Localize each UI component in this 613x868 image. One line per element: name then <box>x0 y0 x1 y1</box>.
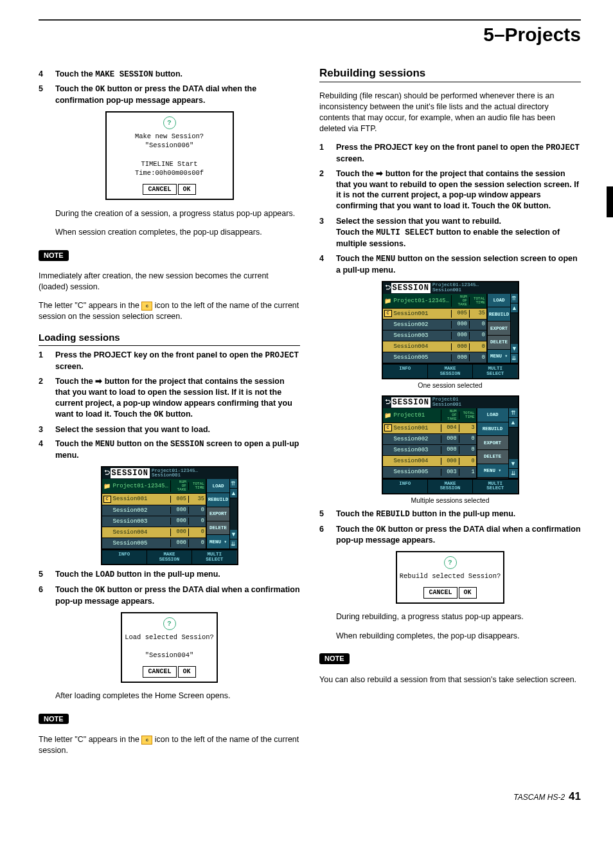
menu-button[interactable]: MENU ▾ <box>477 464 508 478</box>
dialog-make-session: ? Make new Session? "Session006" TIMELIN… <box>105 111 234 200</box>
menu-button[interactable]: MENU ▾ <box>488 350 510 364</box>
cancel-button[interactable]: CANCEL <box>143 184 176 195</box>
export-button[interactable]: EXPORT <box>477 436 508 450</box>
project-row[interactable]: 📁Project01-12345… NUMOFTAKE TOTALTIME <box>383 294 486 309</box>
scrollbar[interactable]: ⇈▲ ▼⇊ <box>508 408 518 478</box>
screen-titlebar: ⮌ SESSION Project01-12345…Session001 <box>383 282 518 294</box>
session-row[interactable]: CSession001 00535 <box>383 309 486 320</box>
step-number: 6 <box>319 524 330 547</box>
screen-titlebar: ⮌ SESSION Project01-12345…Session001 <box>102 467 237 479</box>
step-number: 4 <box>319 253 330 276</box>
session-row[interactable]: CSession001 00535 <box>102 494 206 505</box>
step-text: Select the session that you want to load… <box>55 424 300 435</box>
back-icon[interactable]: ⮌ <box>385 399 391 406</box>
load-button[interactable]: LOAD <box>477 408 508 422</box>
left-column: 4 Touch the MAKE SESSION button. 5 Touch… <box>39 66 300 764</box>
step-text: Touch the MENU button on the SESSION scr… <box>55 439 300 461</box>
session-row[interactable]: Session002 0000 <box>102 505 206 516</box>
ok-button[interactable]: OK <box>178 666 196 678</box>
step-number: 2 <box>319 168 330 213</box>
session-row[interactable]: Session005 0000 <box>383 352 486 363</box>
rebuild-button[interactable]: REBUILD <box>488 307 510 321</box>
session-row[interactable]: Session003 0000 <box>383 330 486 341</box>
step-text: Press the PROJECT key on the front panel… <box>336 142 581 165</box>
step-text: Touch the OK button or press the DATA di… <box>55 584 300 607</box>
session-screen-figure: ⮌ SESSION Project01-12345…Session001 📁Pr… <box>96 466 244 565</box>
session-row[interactable]: Session004 0000 <box>102 527 206 538</box>
export-button[interactable]: EXPORT <box>488 321 510 336</box>
session-row[interactable]: Session002 0000 <box>383 320 486 330</box>
session-row[interactable]: Session003 0000 <box>383 445 476 456</box>
step-number: 2 <box>39 376 49 420</box>
menu-button[interactable]: MENU ▾ <box>207 535 229 549</box>
note-text: The letter "C" appears in the icon to th… <box>39 734 300 756</box>
paragraph: Rebuilding (file rescan) should be perfo… <box>319 91 581 134</box>
load-button[interactable]: LOAD <box>488 294 510 308</box>
c-icon <box>141 302 152 311</box>
dialog-load-session: ? Load selected Session? "Session004" CA… <box>105 612 234 683</box>
step-number: 4 <box>39 69 49 80</box>
export-button[interactable]: EXPORT <box>207 507 229 521</box>
step-number: 5 <box>39 84 49 106</box>
section-heading: Rebuilding sessions <box>319 66 581 83</box>
session-row[interactable]: Session004 0000 <box>383 341 486 352</box>
question-icon: ? <box>163 116 176 129</box>
question-icon: ? <box>444 556 457 569</box>
delete-button[interactable]: DELETE <box>207 521 229 536</box>
cancel-button[interactable]: CANCEL <box>143 666 176 678</box>
paragraph: During rebuilding, a progress status pop… <box>336 611 581 622</box>
ok-button[interactable]: OK <box>459 587 477 599</box>
pullup-menu: LOAD REBUILD EXPORT DELETE MENU ▾ <box>486 294 510 364</box>
question-icon: ? <box>163 617 176 630</box>
screen-titlebar: ⮌ SESSION Project01Session001 <box>383 397 518 408</box>
rebuild-button[interactable]: REBUILD <box>207 493 229 507</box>
session-row[interactable]: Session004 0000 <box>383 456 476 467</box>
make-session-button[interactable]: MAKESESSION <box>428 365 473 378</box>
right-column: Rebuilding sessions Rebuilding (file res… <box>319 66 581 764</box>
delete-button[interactable]: DELETE <box>488 336 510 350</box>
project-row[interactable]: 📁Project01 NUMOFTAKE TOTALTIME <box>383 408 476 423</box>
session-row[interactable]: Session005 0000 <box>102 538 206 549</box>
note-label: NOTE <box>319 653 350 664</box>
back-icon[interactable]: ⮌ <box>104 469 110 477</box>
step-text: Touch the REBUILD button in the pull-up … <box>336 509 581 520</box>
session-row[interactable]: Session002 0000 <box>383 434 476 445</box>
info-button[interactable]: INFO <box>383 365 428 378</box>
scrollbar[interactable]: ⇈▲ ▼⇊ <box>229 479 236 549</box>
session-row[interactable]: Session003 0000 <box>102 516 206 527</box>
rebuild-button[interactable]: REBUILD <box>477 422 508 437</box>
step-number: 6 <box>39 584 49 607</box>
make-session-button[interactable]: MAKESESSION <box>428 480 473 493</box>
chapter-title: 5–Projects <box>39 19 581 55</box>
step-number: 1 <box>39 350 49 372</box>
page-edge-stripe <box>607 186 613 217</box>
make-session-button[interactable]: MAKESESSION <box>147 550 192 564</box>
step-text: Touch the ➡ button for the project that … <box>336 168 581 213</box>
project-row[interactable]: 📁Project01-12345… NUMOFTAKE TOTALTIME <box>102 479 206 494</box>
multi-select-button[interactable]: MULTISELECT <box>473 365 517 378</box>
info-button[interactable]: INFO <box>383 480 428 493</box>
note-text: The letter "C" appears in the icon to th… <box>39 300 300 322</box>
step-text: Touch the OK button or press the DATA di… <box>336 524 581 547</box>
delete-button[interactable]: DELETE <box>477 450 508 464</box>
session-row[interactable]: CSession001 0043 <box>383 423 476 434</box>
step-text: Touch the ➡ button for the project that … <box>55 376 300 420</box>
cancel-button[interactable]: CANCEL <box>423 587 457 599</box>
back-icon[interactable]: ⮌ <box>385 284 391 292</box>
multi-select-button[interactable]: MULTISELECT <box>192 550 236 564</box>
step-text: Touch the OK button or press the DATA di… <box>55 84 300 106</box>
session-screen-figure: ⮌ SESSION Project01-12345…Session001 📁Pr… <box>377 281 524 390</box>
figure-caption: Multiple sessions selected <box>377 496 524 505</box>
step-text: Touch the MENU button on the session sel… <box>336 253 581 276</box>
info-button[interactable]: INFO <box>102 550 147 564</box>
figure-caption: One session selected <box>377 381 524 390</box>
step-number: 3 <box>319 216 330 249</box>
load-button[interactable]: LOAD <box>207 479 229 493</box>
scrollbar[interactable]: ⇈▲ ▼⇊ <box>510 294 517 364</box>
multi-select-button[interactable]: MULTISELECT <box>473 480 517 493</box>
note-text: You can also rebuild a session from that… <box>319 674 581 685</box>
paragraph: When session creation completes, the pop… <box>55 227 300 238</box>
paragraph: During the creation of a session, a prog… <box>55 208 300 219</box>
ok-button[interactable]: OK <box>178 184 196 195</box>
session-row[interactable]: Session005 0031 <box>383 467 476 478</box>
